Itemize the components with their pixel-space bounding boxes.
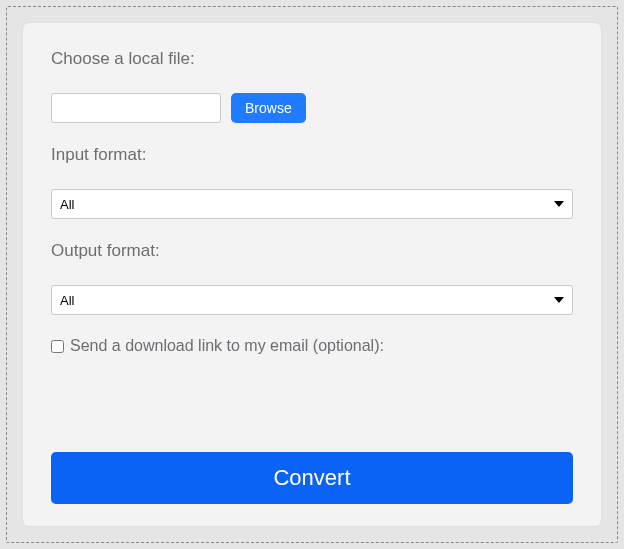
- spacer: [51, 365, 573, 452]
- input-format-select[interactable]: All: [51, 189, 573, 219]
- form-card: Choose a local file: Browse Input format…: [23, 23, 601, 526]
- output-format-label: Output format:: [51, 241, 573, 261]
- browse-button[interactable]: Browse: [231, 93, 306, 123]
- file-row: Browse: [51, 93, 573, 123]
- email-checkbox[interactable]: [51, 340, 64, 353]
- output-format-select[interactable]: All: [51, 285, 573, 315]
- email-option-label: Send a download link to my email (option…: [70, 337, 384, 355]
- input-format-label: Input format:: [51, 145, 573, 165]
- convert-button[interactable]: Convert: [51, 452, 573, 504]
- email-option-row[interactable]: Send a download link to my email (option…: [51, 337, 573, 355]
- file-input[interactable]: [51, 93, 221, 123]
- choose-file-label: Choose a local file:: [51, 49, 573, 69]
- dashed-container: Choose a local file: Browse Input format…: [6, 6, 618, 543]
